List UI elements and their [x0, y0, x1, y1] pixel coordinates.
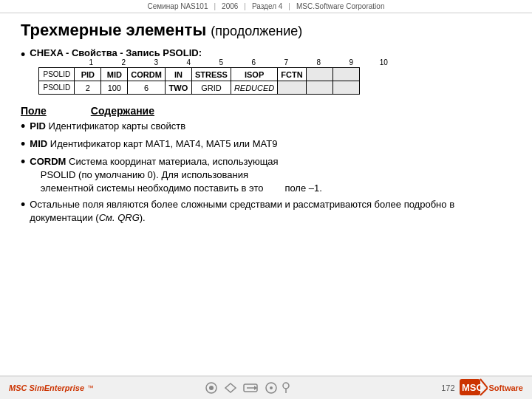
cell-empty-h1 — [306, 68, 332, 81]
field-col1: Поле — [21, 105, 47, 117]
cell-in-h: IN — [165, 68, 191, 81]
svg-point-7 — [270, 386, 273, 389]
table-header-row: PSOLID PID MID CORDM IN STRESS ISOP FCTN — [39, 68, 359, 81]
field-header: Поле Содержание — [21, 105, 511, 117]
svg-text:MSC: MSC — [462, 382, 484, 393]
footer-logo-right-text: Software — [489, 384, 523, 392]
bullet-dot-other: • — [21, 198, 25, 213]
cell-100: 100 — [101, 81, 128, 95]
other-field-desc: Остальные поля являются более сложными с… — [30, 199, 454, 223]
bullet-pid-content: PID Идентификатор карты свойств — [30, 120, 185, 133]
page-title: Трехмерные элементы (продолжение) — [21, 21, 511, 40]
cell-empty-d1 — [278, 81, 306, 95]
footer: MSC SimEnterprise ™ 172 MSC — [0, 375, 532, 399]
bullet-mid: • MID Идентификатор карт MAT1, MAT4, MAT… — [21, 137, 511, 152]
field-section: Поле Содержание • PID Идентификатор карт… — [21, 105, 511, 225]
psolid-table-container: 1 2 3 4 5 6 7 8 9 10 PSOLID PID MID — [38, 58, 400, 95]
cell-empty-d3 — [332, 81, 359, 95]
cordm-field-desc: Система координат материала, использующа… — [30, 156, 322, 194]
cordm-field-name: CORDM — [30, 156, 66, 167]
cell-grid: GRID — [191, 81, 231, 95]
cell-fctn-h: FCTN — [278, 68, 306, 81]
col-num-1: 1 — [75, 58, 107, 66]
cell-stress-h: STRESS — [191, 68, 231, 81]
year-label: 2006 — [222, 2, 238, 10]
bullet-dot-pid: • — [21, 120, 25, 134]
top-bar: Семинар NAS101 | 2006 | Раздел 4 | MSC.S… — [0, 0, 532, 13]
cell-two: TWO — [165, 81, 191, 95]
svg-point-1 — [209, 386, 214, 390]
bullet-other: • Остальные поля являются более сложными… — [21, 198, 511, 225]
footer-icons — [201, 381, 334, 395]
bullet-dot-chexa: • — [21, 48, 25, 61]
bullet-mid-content: MID Идентификатор карт MAT1, MAT4, MAT5 … — [30, 137, 277, 151]
bullet-cordm: • CORDM Система координат материала, исп… — [21, 155, 511, 196]
table-data-row: PSOLID 2 100 6 TWO GRID REDUCED — [39, 81, 359, 95]
section-label: Раздел 4 — [252, 2, 282, 10]
cell-2: 2 — [75, 81, 101, 95]
bullet-pid: • PID Идентификатор карты свойств — [21, 120, 511, 134]
col-num-3: 3 — [140, 58, 172, 66]
seminar-label: Семинар NAS101 — [148, 2, 208, 10]
footer-logo-left: MSC SimEnterprise — [9, 383, 84, 392]
company-label: MSC.Software Corporation — [296, 2, 385, 10]
mid-field-desc: Идентификатор карт MAT1, MAT4, MAT5 или … — [50, 138, 278, 149]
main-content: Трехмерные элементы (продолжение) • CHEX… — [0, 13, 532, 233]
svg-marker-2 — [225, 383, 236, 392]
page-number: 172 — [441, 383, 454, 392]
bullet-cordm-content: CORDM Система координат материала, испол… — [30, 155, 322, 196]
svg-point-8 — [283, 383, 289, 389]
msc-logo-icon: MSC — [460, 378, 488, 398]
pid-field-name: PID — [30, 120, 46, 132]
col-num-5: 5 — [205, 58, 237, 66]
col-num-6: 6 — [237, 58, 270, 66]
col-num-7: 7 — [270, 58, 302, 66]
cell-psolid-h: PSOLID — [39, 68, 75, 81]
footer-logo-tm: ™ — [87, 384, 94, 392]
footer-right: 172 MSC Software — [441, 378, 523, 398]
chexa-section: • CHEXA - Свойства - Запись PSOLID: 1 2 … — [21, 47, 511, 100]
cell-psolid-d: PSOLID — [39, 81, 75, 95]
col-num-9: 9 — [335, 58, 367, 66]
cell-reduced: REDUCED — [231, 81, 277, 95]
cell-cordm-h: CORDM — [128, 68, 166, 81]
col-numbers-row: 1 2 3 4 5 6 7 8 9 10 — [75, 58, 400, 66]
field-col2: Содержание — [91, 105, 154, 117]
cell-pid-h: PID — [75, 68, 101, 81]
footer-logo-right: MSC Software — [460, 378, 523, 398]
mid-field-name: MID — [30, 138, 47, 149]
col-num-8: 8 — [302, 58, 335, 66]
footer-left: MSC SimEnterprise ™ — [9, 383, 94, 392]
bullet-dot-cordm: • — [21, 155, 25, 170]
col-num-2: 2 — [107, 58, 140, 66]
pid-field-desc: Идентификатор карты свойств — [49, 120, 185, 132]
footer-center — [201, 381, 334, 395]
title-subtitle: (продолжение) — [211, 24, 302, 38]
cell-isop-h: ISOP — [231, 68, 277, 81]
psolid-table: PSOLID PID MID CORDM IN STRESS ISOP FCTN… — [38, 67, 359, 95]
bullet-dot-mid: • — [21, 137, 25, 152]
cell-6: 6 — [128, 81, 166, 95]
title-main: Трехмерные элементы — [21, 21, 206, 39]
cell-mid-h: MID — [101, 68, 128, 81]
col-num-4: 4 — [172, 58, 205, 66]
cell-empty-d2 — [306, 81, 332, 95]
col-num-10: 10 — [367, 58, 400, 66]
bullet-other-content: Остальные поля являются более сложными с… — [30, 198, 511, 225]
chexa-label: CHEXA - Свойства - Запись PSOLID: — [30, 47, 400, 58]
cell-empty-h2 — [332, 68, 359, 81]
